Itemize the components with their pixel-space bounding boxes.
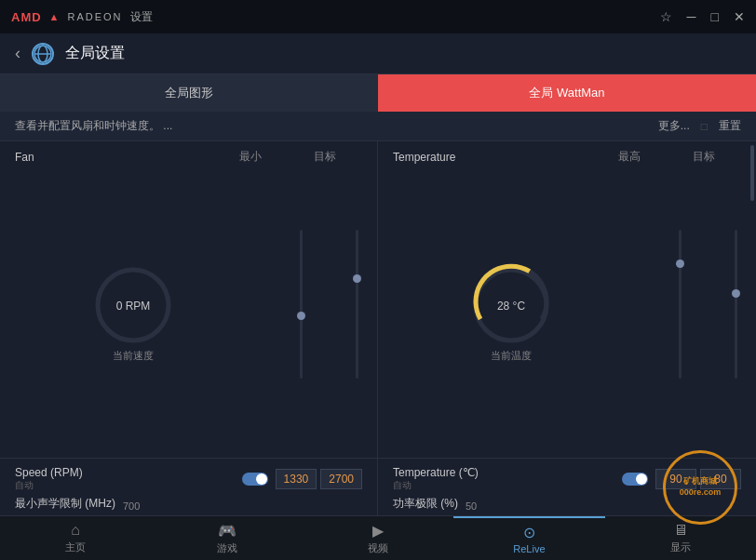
title-bar-left: AMD ▲ RADEON 设置: [11, 9, 153, 25]
scrollbar-thumb[interactable]: [750, 145, 754, 201]
temp-gauge-area: 28 °C 当前温度: [378, 168, 756, 458]
speed-label-group: Speed (RPM) 自动: [15, 466, 242, 492]
speed-toggle[interactable]: [242, 473, 268, 486]
temp-slider-max[interactable]: [679, 230, 682, 397]
nav-bar: ‹ 全局设置: [0, 33, 756, 74]
main-panels: Fan 最小 目标 0 RPM 当前速度: [0, 141, 756, 458]
fan-gauge: 0 RPM 当前速度: [91, 263, 175, 363]
watermark-text: 矿机商城000re.com: [680, 476, 722, 498]
reset-button[interactable]: 重置: [719, 118, 741, 134]
divider: □: [701, 120, 708, 133]
temp-col-headers: Temperature 最高 目标: [378, 141, 756, 168]
speed-label: Speed (RPM): [15, 466, 242, 479]
fan-slider-target[interactable]: [356, 230, 358, 397]
title-bar: AMD ▲ RADEON 设置 ☆ ─ □ ✕: [0, 0, 756, 33]
scrollbar[interactable]: [749, 141, 756, 458]
nav-relive-label: ReLive: [513, 543, 545, 554]
power-val: 50: [466, 500, 477, 512]
info-bar: 查看并配置风扇和时钟速度。 ... 更多... □ 重置: [0, 112, 756, 141]
play-icon: ▶: [372, 522, 384, 540]
settings-label: 设置: [130, 9, 153, 25]
fan-gauge-svg: 0 RPM: [91, 263, 175, 347]
temp-label: Temperature (℃): [393, 466, 622, 479]
temp-label-group: Temperature (℃) 自动: [393, 466, 622, 492]
nav-games-label: 游戏: [217, 541, 237, 555]
nav-video[interactable]: ▶ 视频: [303, 516, 453, 560]
globe-icon: [32, 43, 54, 65]
temp-slider-max-thumb[interactable]: [676, 260, 684, 268]
min-limit-val: 700: [123, 500, 140, 512]
more-link[interactable]: 更多...: [658, 118, 690, 134]
home-icon: ⌂: [71, 522, 80, 539]
star-icon[interactable]: ☆: [660, 9, 672, 24]
temp-gauge-label: 当前温度: [491, 349, 532, 363]
display-icon: 🖥: [673, 522, 688, 539]
svg-text:28 °C: 28 °C: [497, 300, 525, 313]
temp-slider-target-thumb[interactable]: [732, 289, 740, 298]
temp-slider-target[interactable]: [735, 230, 737, 397]
temp-col-max: 最高: [592, 149, 667, 165]
fan-col-target: 目标: [288, 149, 362, 165]
temp-gauge: 28 °C 当前温度: [469, 263, 553, 363]
nav-home-label: 主页: [65, 540, 86, 554]
amd-logo: AMD: [11, 10, 42, 24]
title-bar-controls: ☆ ─ □ ✕: [660, 9, 745, 24]
fan-slider-target-thumb[interactable]: [353, 274, 361, 283]
temp-sub: 自动: [393, 479, 622, 492]
back-button[interactable]: ‹: [15, 44, 20, 63]
tab-wattman[interactable]: 全局 WattMan: [378, 74, 756, 112]
speed-values: 1330 2700: [276, 469, 362, 489]
svg-text:0 RPM: 0 RPM: [115, 300, 150, 313]
nav-display[interactable]: 🖥 显示: [605, 516, 756, 560]
power-label: 功率极限 (%): [393, 496, 458, 512]
fan-col-headers: Fan 最小 目标: [0, 141, 377, 168]
tab-graphics[interactable]: 全局图形: [0, 74, 378, 112]
fan-gauge-area: 0 RPM 当前速度: [0, 168, 377, 458]
fan-title: Fan: [15, 151, 213, 164]
bottom-nav: ⌂ 主页 🎮 游戏 ▶ 视频 ⊙ ReLive 🖥 显示: [0, 515, 756, 560]
min-limit-label: 最小声学限制 (MHz): [15, 496, 115, 512]
speed-row: Speed (RPM) 自动 1330 2700: [15, 466, 362, 492]
fan-gauge-label: 当前速度: [113, 349, 154, 363]
gamepad-icon: 🎮: [218, 522, 236, 540]
speed-target-val: 2700: [320, 469, 362, 489]
watermark-circle: 矿机商城000re.com: [663, 450, 737, 525]
fan-slider-min-thumb[interactable]: [297, 312, 305, 320]
maximize-icon[interactable]: □: [711, 9, 719, 24]
relive-icon: ⊙: [523, 524, 535, 541]
info-bar-right: 更多... □ 重置: [658, 118, 741, 134]
fan-col-min: 最小: [213, 149, 288, 165]
radeon-label: RADEON: [68, 11, 123, 22]
triangle-icon: ▲: [49, 11, 61, 22]
temp-title: Temperature: [393, 151, 592, 164]
nav-relive[interactable]: ⊙ ReLive: [453, 516, 604, 560]
minimize-icon[interactable]: ─: [687, 9, 696, 24]
fan-slider-min[interactable]: [300, 230, 303, 397]
temp-gauge-svg: 28 °C: [469, 263, 553, 347]
speed-toggle-dot: [256, 473, 267, 485]
temp-panel: Temperature 最高 目标 28 °C 当前温度: [378, 141, 756, 458]
nav-games[interactable]: 🎮 游戏: [151, 516, 302, 560]
nav-home[interactable]: ⌂ 主页: [0, 516, 151, 560]
watermark: 矿机商城000re.com: [644, 460, 756, 515]
nav-display-label: 显示: [670, 540, 691, 554]
page-title: 全局设置: [65, 44, 125, 63]
speed-sub: 自动: [15, 479, 242, 492]
tab-bar: 全局图形 全局 WattMan: [0, 74, 756, 112]
min-limit-row: 最小声学限制 (MHz) 700: [15, 496, 362, 512]
speed-min-val: 1330: [276, 469, 317, 489]
info-message: 查看并配置风扇和时钟速度。 ...: [15, 118, 172, 134]
nav-video-label: 视频: [368, 541, 388, 555]
close-icon[interactable]: ✕: [734, 9, 745, 24]
fan-panel: Fan 最小 目标 0 RPM 当前速度: [0, 141, 378, 458]
temp-col-target: 目标: [667, 149, 741, 165]
